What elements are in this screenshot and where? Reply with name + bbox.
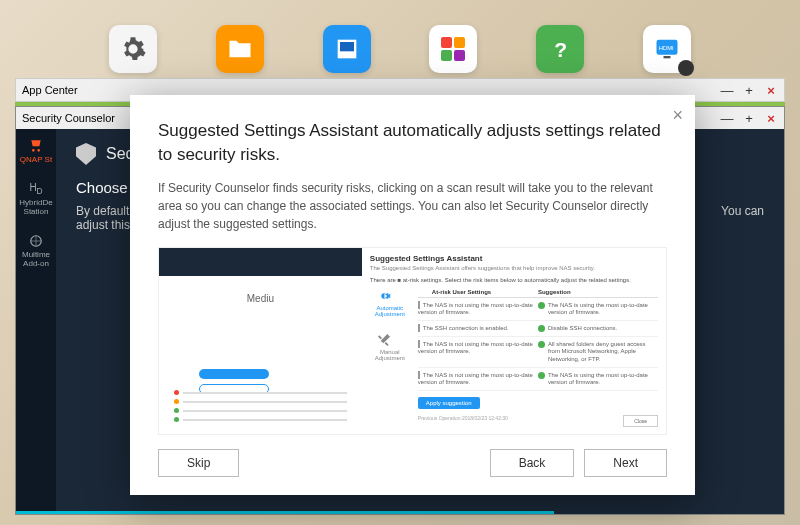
preview-close-button: Close bbox=[623, 415, 658, 427]
svg-text:HDMI: HDMI bbox=[658, 45, 673, 51]
col-header: At-risk User Settings bbox=[418, 289, 538, 295]
body-text: You can bbox=[721, 204, 764, 232]
appcenter-window-controls: — + × bbox=[720, 83, 778, 98]
suggested-settings-modal: × Suggested Settings Assistant automatic… bbox=[130, 95, 695, 495]
appcenter-sidebar: QNAP St HD HybridDe Station Multime Add-… bbox=[16, 129, 56, 514]
help-icon[interactable]: ? bbox=[536, 25, 584, 73]
shield-icon bbox=[76, 143, 96, 165]
preview-table: At-risk User Settings Suggestion The NAS… bbox=[418, 287, 658, 428]
hd-icon: HD bbox=[29, 182, 42, 196]
modal-footer: Skip Back Next bbox=[158, 449, 667, 477]
preview-panel-sub: The Suggested Settings Assistant offers … bbox=[370, 265, 658, 271]
modal-preview-image: Mediu Suggested Settings Assistant The S… bbox=[158, 247, 667, 435]
screen-svg: HDMI bbox=[653, 35, 681, 63]
download-badge-icon bbox=[678, 60, 694, 76]
svg-text:io: io bbox=[349, 53, 354, 59]
grid-svg bbox=[441, 37, 465, 61]
help-svg: ? bbox=[546, 35, 574, 63]
close-icon[interactable]: × bbox=[672, 105, 683, 126]
seccounselor-window-controls: — + × bbox=[720, 111, 778, 126]
folder-svg bbox=[226, 35, 254, 63]
apps-grid-icon[interactable] bbox=[429, 25, 477, 73]
body-text: adjust this bbox=[76, 218, 130, 232]
storage-svg: io bbox=[333, 35, 361, 63]
preview-side-tabs: Automatic Adjustment Manual Adjustment bbox=[370, 287, 410, 428]
preview-table-row: The NAS is not using the most up-to-date… bbox=[418, 368, 658, 391]
maximize-button[interactable]: + bbox=[742, 111, 756, 126]
close-button[interactable]: × bbox=[764, 111, 778, 126]
gear-icon[interactable] bbox=[109, 25, 157, 73]
col-header: Suggestion bbox=[538, 289, 571, 295]
preview-panel-title: Suggested Settings Assistant bbox=[370, 254, 658, 263]
preview-timestamp: Previous Operation:2018/02/23 12:42:30 bbox=[418, 415, 508, 427]
preview-button bbox=[199, 369, 269, 379]
sidebar-item-hybrid[interactable]: HD HybridDe Station bbox=[19, 182, 52, 216]
manual-adjust-icon bbox=[375, 331, 393, 349]
preview-hint: There are ■ at-risk settings. Select the… bbox=[370, 277, 658, 283]
sidebar-item-qnapstore[interactable]: QNAP St bbox=[20, 137, 52, 164]
storage-icon[interactable]: io bbox=[323, 25, 371, 73]
preview-risk-level: Mediu bbox=[247, 293, 274, 304]
preview-table-row: The SSH connection is enabled.Disable SS… bbox=[418, 321, 658, 337]
hdmi-icon[interactable]: HDMI bbox=[643, 25, 691, 73]
close-button[interactable]: × bbox=[764, 83, 778, 98]
minimize-button[interactable]: — bbox=[720, 83, 734, 98]
back-button[interactable]: Back bbox=[490, 449, 575, 477]
auto-adjust-icon bbox=[375, 287, 393, 305]
svg-rect-3 bbox=[663, 56, 670, 58]
sidebar-label: Multime Add-on bbox=[22, 250, 50, 268]
sidebar-item-multimedia[interactable]: Multime Add-on bbox=[22, 234, 50, 268]
maximize-button[interactable]: + bbox=[742, 83, 756, 98]
sidebar-label: QNAP St bbox=[20, 155, 52, 164]
preview-table-row: The NAS is not using the most up-to-date… bbox=[418, 337, 658, 368]
apply-suggestion-button: Apply suggestion bbox=[418, 397, 480, 409]
preview-dashboard: Mediu bbox=[159, 248, 362, 434]
aperture-icon bbox=[29, 234, 43, 248]
minimize-button[interactable]: — bbox=[720, 111, 734, 126]
next-button[interactable]: Next bbox=[584, 449, 667, 477]
progress-bar bbox=[16, 511, 784, 514]
modal-title: Suggested Settings Assistant automatical… bbox=[158, 119, 667, 167]
svg-text:?: ? bbox=[554, 38, 567, 61]
sidebar-label: HybridDe Station bbox=[19, 198, 52, 216]
seccounselor-title: Security Counselor bbox=[22, 112, 115, 124]
preview-table-row: The NAS is not using the most up-to-date… bbox=[418, 298, 658, 321]
desktop-taskbar: io ? HDMI bbox=[0, 25, 800, 73]
skip-button[interactable]: Skip bbox=[158, 449, 239, 477]
modal-description: If Security Counselor finds security ris… bbox=[158, 179, 667, 233]
cart-icon bbox=[28, 137, 44, 153]
preview-assistant-panel: Suggested Settings Assistant The Suggest… bbox=[362, 248, 666, 434]
folder-icon[interactable] bbox=[216, 25, 264, 73]
gear-svg bbox=[119, 35, 147, 63]
appcenter-title: App Center bbox=[22, 84, 78, 96]
body-text: By default bbox=[76, 204, 130, 218]
